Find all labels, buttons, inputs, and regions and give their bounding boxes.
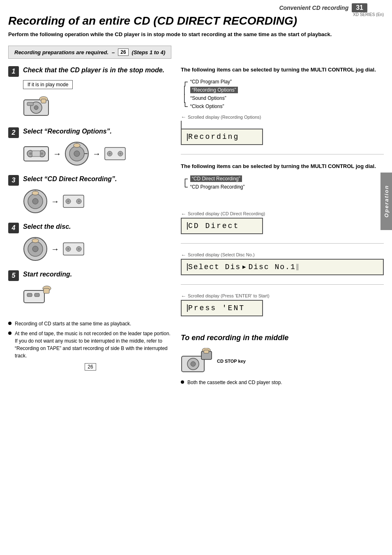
svg-point-2 <box>34 106 38 110</box>
jog-dial-icon-step3 <box>23 189 48 214</box>
cd-stop-key-label: CD STOP key <box>217 359 246 364</box>
jog-dial-icon-step2 <box>65 141 89 166</box>
step-4: 4 Select the disc. → <box>8 223 173 261</box>
menu-item-2-0: “CD Direct Recording” <box>190 175 242 182</box>
menu-row-2-1: └ “CD Program Recording” <box>182 183 384 191</box>
step-3-illustration: → <box>23 189 173 214</box>
menu-item-2: “Sound Options” <box>190 95 226 101</box>
svg-point-41 <box>67 248 69 250</box>
note-2-text: At the end of tape, the music is not rec… <box>15 330 173 359</box>
step-4-title: Select the disc. <box>23 223 71 231</box>
lcd-display-3: Select Dis ▶ Disc No. 1 ║ <box>181 259 384 275</box>
menu-row-2-0: ┌ “CD Direct Recording” <box>182 175 384 182</box>
step-1-content: If it is in play mode <box>8 80 173 118</box>
menu-item-2-1: “CD Program Recording” <box>190 184 245 190</box>
step-4-header: 4 Select the disc. <box>8 223 173 233</box>
page-title-subtitle: (CD DIRECT RECORDING) <box>153 14 297 27</box>
scroll-label-4-text: Scrolled display (Press 'ENTER' to Start… <box>188 293 270 298</box>
step-2-illustration: → → <box>23 141 173 166</box>
two-column-layout: 1 Check that the CD player is in the sto… <box>8 66 384 389</box>
bracket-open-1: ┌ <box>182 78 188 85</box>
svg-point-27 <box>32 191 39 195</box>
page-header: Convenient CD recording 31 <box>0 0 392 14</box>
svg-point-37 <box>32 239 39 243</box>
svg-rect-43 <box>24 290 44 303</box>
cd-stop-label-container: CD STOP key <box>217 359 246 364</box>
step-1-number: 1 <box>8 66 19 77</box>
jog-dial-icon-step4 <box>23 237 48 261</box>
step-4-content: → <box>8 237 173 261</box>
step-1: 1 Check that the CD player is in the sto… <box>8 66 173 118</box>
right-section-3: Scrolled display (Select Disc No.) Selec… <box>181 252 384 285</box>
disc-lines: ║ <box>296 264 300 270</box>
scroll-label-3: Scrolled display (Select Disc No.) <box>181 252 384 258</box>
lcd-text-2: CD Direct <box>188 222 239 230</box>
menu-item-3: “Clock Options” <box>190 104 224 109</box>
section-2-title: The following items can be selected by t… <box>181 163 384 170</box>
svg-point-9 <box>29 152 32 155</box>
scroll-label-2-text: Scrolled display (CD Direct Recording) <box>188 211 265 216</box>
scroll-label-1: Scrolled display (Recording Options) <box>181 114 384 120</box>
svg-point-21 <box>109 153 111 155</box>
step-5-illustration <box>23 284 173 307</box>
right-column: The following items can be selected by t… <box>181 66 384 389</box>
lcd-text-3a: Select Dis <box>188 263 241 271</box>
hand-press-icon-step2 <box>104 145 127 162</box>
section-2-menu: ┌ “CD Direct Recording” └ “CD Program Re… <box>182 175 384 191</box>
cd-player-icon <box>23 96 50 118</box>
scroll-label-4: Scrolled display (Press 'ENTER' to Start… <box>181 293 384 299</box>
main-content: Recording of an entire CD (CD DIRECT REC… <box>0 14 392 397</box>
arrow-icon-1: → <box>53 149 61 159</box>
svg-point-50 <box>191 362 196 366</box>
lcd-pipe-1 <box>187 134 188 141</box>
step-3-content: → <box>8 189 173 214</box>
lcd-text-4: Press 'ENT <box>188 304 245 312</box>
lcd-pipe-2 <box>187 222 188 230</box>
step-2-content: → → <box>8 141 173 166</box>
operation-tab: Operation <box>380 173 392 230</box>
step-3-title: Select “CD Direct Recording”. <box>23 175 117 184</box>
step-5-title: Start recording. <box>23 270 72 279</box>
lcd-text-3b: Disc No. <box>248 263 290 271</box>
lcd-display-area-1 <box>181 121 384 129</box>
svg-rect-3 <box>27 102 33 106</box>
step-1-illustration <box>23 96 173 118</box>
step-3-header: 3 Select “CD Direct Recording”. <box>8 175 173 186</box>
lcd-pipe-4 <box>187 304 188 312</box>
prep-steps: (Steps 1 to 4) <box>132 49 166 55</box>
step-4-number: 4 <box>8 223 19 233</box>
side-tab-label: Operation <box>383 185 390 217</box>
step-2-title: Select “Recording Options”. <box>23 127 112 136</box>
note-2: At the end of tape, the music is not rec… <box>8 330 173 359</box>
note-bullet-1 <box>8 322 12 325</box>
lcd-disc-num: 1 <box>291 263 296 271</box>
menu-row-2: │ “Sound Options” <box>182 94 384 102</box>
end-note: Both the cassette deck and CD player sto… <box>181 379 384 386</box>
play-mode-button: If it is in play mode <box>23 80 73 89</box>
note-1: Recording of CD starts at the same time … <box>8 320 173 327</box>
svg-rect-47 <box>44 288 49 293</box>
step-2-number: 2 <box>8 127 19 138</box>
lcd-pipe-3 <box>187 263 188 271</box>
lcd-display-2: CD Direct <box>181 218 263 234</box>
lcd-text-1: Recording <box>188 133 239 141</box>
lcd-display-4: Press 'ENT <box>181 300 263 316</box>
step-1-title: Check that the CD player is in the stop … <box>23 66 164 75</box>
end-recording-section: To end recording in the middle <box>181 334 384 386</box>
right-section-2: The following items can be selected by t… <box>181 163 384 243</box>
note-bullet-2 <box>8 332 12 335</box>
spacer-1 <box>181 191 384 207</box>
svg-point-35 <box>32 246 38 252</box>
right-section-1: The following items can be selected by t… <box>181 66 384 154</box>
step-4-illustration: → <box>23 237 173 261</box>
menu-item-0: “CD Program Play” <box>190 79 232 85</box>
svg-point-25 <box>32 198 38 204</box>
section-1-title: The following items can be selected by t… <box>181 66 384 74</box>
prep-box: Recording preparations are required. – 2… <box>8 46 171 59</box>
cd-stop-area: CD STOP key <box>181 348 384 375</box>
svg-point-31 <box>67 200 69 203</box>
end-note-bullet <box>181 380 184 384</box>
svg-rect-11 <box>32 151 40 157</box>
lcd-display-1: Recording <box>181 129 263 145</box>
step-5: 5 Start recording. <box>8 270 173 307</box>
